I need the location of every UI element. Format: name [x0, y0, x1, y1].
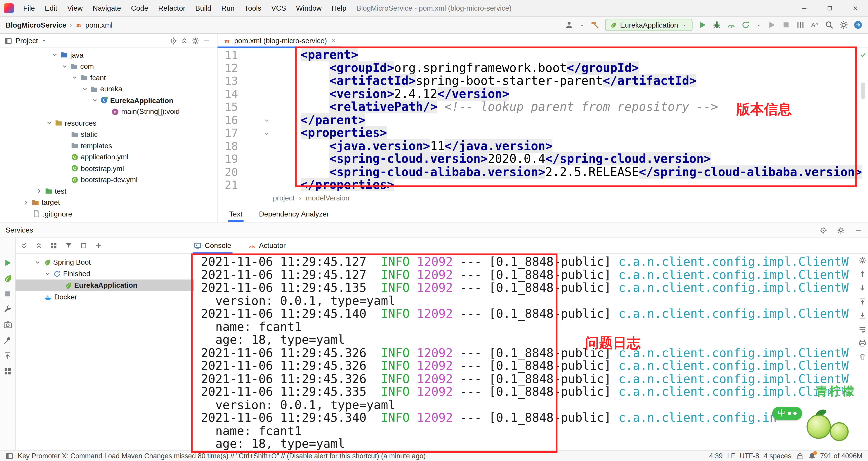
maximize-button[interactable] [817, 0, 843, 16]
notifications-bell-icon[interactable] [808, 452, 815, 460]
lock-icon[interactable] [796, 452, 804, 460]
down-stack-trace-icon[interactable] [859, 284, 866, 291]
indent-style[interactable]: 4 spaces [764, 452, 792, 460]
fold-icon[interactable] [264, 117, 270, 123]
breadcrumb-project[interactable]: BlogMicroService [5, 21, 66, 29]
chevron-down-icon[interactable] [34, 259, 41, 265]
layout-icon[interactable] [3, 367, 12, 376]
tab-dependency-analyzer[interactable]: Dependency Analyzer [258, 206, 330, 222]
tool-windows-icon[interactable] [796, 21, 805, 29]
profiler-button[interactable] [727, 21, 736, 29]
settings-gear-icon[interactable] [837, 226, 845, 234]
chevron-down-icon[interactable] [91, 97, 98, 103]
debug-button[interactable] [712, 21, 721, 29]
chevron-right-icon[interactable] [23, 199, 29, 206]
menu-code[interactable]: Code [126, 4, 153, 12]
chevron-right-icon[interactable] [36, 188, 42, 194]
console-output[interactable]: 2021-11-06 11:29:45.127 INFO 12092 --- [… [194, 254, 868, 450]
chevron-down-icon[interactable] [756, 22, 762, 28]
tree-item-finished[interactable]: Finished [16, 268, 194, 279]
group-by-icon[interactable] [50, 242, 57, 249]
breadcrumb-model-version-tag[interactable]: modelVersion [306, 194, 349, 202]
run-configuration-select[interactable]: EurekaApplication [605, 19, 692, 31]
line-separator[interactable]: LF [727, 452, 735, 460]
tree-item-gitignore[interactable]: .gitignore [0, 208, 217, 219]
deploy-icon[interactable] [3, 351, 12, 360]
tree-item-eureka-application[interactable]: EurekaApplication [16, 280, 194, 291]
menu-refactor[interactable]: Refactor [153, 4, 190, 12]
tree-item-main-method[interactable]: main(String[]):void [0, 106, 217, 117]
tree-item-bootstrap-yml[interactable]: bootstrap.yml [0, 163, 217, 174]
chevron-down-icon[interactable] [81, 86, 88, 92]
tree-item-templates[interactable]: templates [0, 140, 217, 151]
expand-all-icon[interactable] [20, 242, 28, 249]
code-editor[interactable]: 11<parent>12 <groupId>org.springframewor… [217, 48, 868, 191]
chevron-down-icon[interactable] [46, 120, 53, 126]
up-stack-trace-icon[interactable] [859, 270, 866, 278]
console-settings-icon[interactable] [859, 256, 866, 264]
frame-icon[interactable] [80, 242, 88, 249]
menu-vcs[interactable]: VCS [266, 4, 291, 12]
project-panel-title[interactable]: Project [16, 37, 38, 45]
scrollbar-thumb[interactable] [861, 83, 865, 99]
tree-item-resources[interactable]: resources [0, 117, 217, 129]
add-service-button[interactable] [95, 242, 102, 249]
tree-item-static[interactable]: static [0, 129, 217, 140]
menu-file[interactable]: File [18, 4, 40, 12]
services-panel-title[interactable]: Services [5, 226, 33, 234]
breadcrumb-file[interactable]: pom.xml [86, 21, 113, 29]
breadcrumb-project-tag[interactable]: project [273, 194, 294, 202]
tree-item-application-yml[interactable]: application.yml [0, 151, 217, 163]
chevron-down-icon[interactable] [579, 22, 585, 28]
translate-icon[interactable] [810, 21, 819, 29]
thread-dump-icon[interactable] [3, 320, 12, 329]
locate-file-icon[interactable] [169, 37, 177, 44]
editor-scrollbar[interactable] [858, 48, 868, 191]
tree-item-bootstrap-dev-yml[interactable]: bootstrap-dev.yml [0, 174, 217, 185]
collapse-all-icon[interactable] [180, 37, 188, 44]
caret-position[interactable]: 4:39 [709, 452, 723, 460]
build-hammer-icon[interactable] [591, 21, 600, 29]
hide-panel-icon[interactable] [855, 226, 862, 234]
pin-icon[interactable] [3, 336, 12, 345]
chevron-down-icon[interactable] [52, 52, 58, 58]
tree-item-target[interactable]: target [0, 197, 217, 208]
tool-window-toggle-icon[interactable] [5, 452, 13, 460]
tab-pom-xml[interactable]: pom.xml (blog-micro-service) [217, 34, 342, 48]
start-service-button[interactable] [3, 258, 12, 267]
menu-window[interactable]: Window [291, 4, 327, 12]
menu-edit[interactable]: Edit [40, 4, 62, 12]
tree-item-spring-boot[interactable]: Spring Boot [16, 256, 194, 268]
settings-gear-icon[interactable] [839, 21, 848, 29]
tree-item-com[interactable]: com [0, 61, 217, 72]
search-icon[interactable] [825, 21, 834, 29]
tree-item-docker[interactable]: Docker [16, 291, 194, 303]
settings-gear-icon[interactable] [191, 37, 199, 44]
scroll-to-end-icon[interactable] [859, 312, 866, 319]
menu-build[interactable]: Build [190, 4, 216, 12]
menu-run[interactable]: Run [216, 4, 240, 12]
code-with-me-icon[interactable] [854, 21, 862, 29]
menu-tools[interactable]: Tools [239, 4, 266, 12]
rerun-button[interactable] [741, 21, 750, 29]
user-icon[interactable] [565, 21, 574, 29]
menu-view[interactable]: View [62, 4, 88, 12]
tree-item-eureka[interactable]: eureka [0, 83, 217, 95]
tab-actuator[interactable]: Actuator [247, 238, 287, 253]
clear-console-icon[interactable] [859, 353, 866, 361]
chevron-down-icon[interactable] [71, 74, 78, 81]
menu-help[interactable]: Help [327, 4, 351, 12]
tree-item-java[interactable]: java [0, 49, 217, 61]
chevron-down-icon[interactable] [44, 270, 51, 277]
hide-panel-icon[interactable] [203, 37, 210, 44]
tree-item-test[interactable]: test [0, 185, 217, 196]
inspection-ok-icon[interactable] [860, 52, 866, 58]
edit-configuration-icon[interactable] [3, 305, 12, 314]
fold-icon[interactable] [264, 130, 270, 136]
collapse-all-icon[interactable] [35, 242, 42, 249]
filter-icon[interactable] [65, 242, 72, 249]
memory-indicator[interactable]: 791 of 4096M [820, 452, 862, 460]
tab-text[interactable]: Text [228, 206, 243, 222]
status-message[interactable]: Key Promoter X: Command Load Maven Chang… [18, 452, 705, 460]
file-encoding[interactable]: UTF-8 [740, 452, 759, 460]
